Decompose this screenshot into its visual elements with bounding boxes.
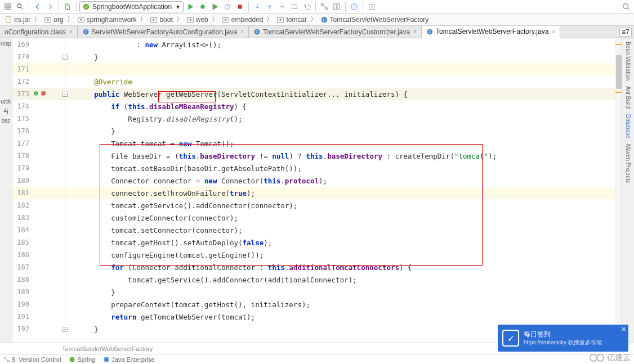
vcs-commit-icon[interactable] bbox=[264, 1, 275, 12]
status-item[interactable]: Spring bbox=[69, 356, 95, 363]
scrollbar-thumb[interactable] bbox=[616, 55, 622, 89]
debug-icon[interactable] bbox=[197, 1, 208, 12]
code-text[interactable]: connector.setThrowOnFailure(true); bbox=[69, 189, 255, 197]
code-text[interactable]: @Override bbox=[69, 78, 132, 86]
close-icon[interactable]: ✕ bbox=[621, 326, 626, 333]
crumb-pkg[interactable]: boot bbox=[148, 16, 175, 24]
line-number[interactable]: 184 bbox=[12, 226, 33, 234]
code-text[interactable]: : new ArrayList<>(); bbox=[69, 41, 221, 49]
run-config-dropdown[interactable]: SpringbootWebApplication ▾ bbox=[79, 1, 184, 12]
code-text[interactable]: tomcat.getHost().setAutoDeploy(false); bbox=[69, 239, 272, 247]
status-item[interactable]: Java Enterprise bbox=[103, 356, 154, 363]
line-number[interactable]: 185 bbox=[12, 239, 33, 246]
notification-toast[interactable]: ✓ 每日签到 https://smilenicky 积攒量多存储 ✕ bbox=[498, 325, 628, 352]
code-line[interactable]: 177 Tomcat tomcat = new Tomcat(); bbox=[12, 137, 622, 150]
code-text[interactable]: tomcat.getService().addConnector(additio… bbox=[69, 276, 357, 284]
vcs-push-icon[interactable] bbox=[276, 1, 288, 12]
settings-sync-icon[interactable] bbox=[366, 1, 377, 12]
close-icon[interactable]: × bbox=[552, 29, 555, 35]
code-text[interactable]: Registry.disableRegistry(); bbox=[69, 115, 243, 123]
close-icon[interactable]: × bbox=[413, 29, 417, 35]
code-line[interactable]: 169 : new ArrayList<>(); bbox=[12, 38, 622, 51]
code-text[interactable]: if (this.disableMBeanRegistry) { bbox=[69, 102, 247, 111]
right-tool-strip[interactable]: Bean Validation Ant Build Database Maven… bbox=[622, 38, 634, 343]
code-text[interactable]: prepareContext(tomcat.getHost(), initial… bbox=[69, 300, 310, 309]
code-text[interactable]: Tomcat tomcat = new Tomcat(); bbox=[69, 140, 234, 148]
line-number[interactable]: 176 bbox=[12, 127, 33, 135]
vertical-scrollbar[interactable] bbox=[615, 38, 622, 343]
code-line[interactable]: 189 } bbox=[12, 286, 622, 298]
fold-toggle-icon[interactable]: − bbox=[62, 92, 68, 97]
code-line[interactable]: 176 } bbox=[12, 125, 622, 137]
code-line[interactable]: 187 for (Connector additionalConnector :… bbox=[12, 261, 622, 273]
crumb-pkg[interactable]: springframework bbox=[75, 16, 139, 24]
line-number[interactable]: 190 bbox=[12, 300, 33, 308]
code-text[interactable]: tomcat.setConnector(connector); bbox=[69, 226, 243, 235]
code-line[interactable]: 180 Connector connector = new Connector(… bbox=[12, 174, 622, 187]
line-number[interactable]: 173 bbox=[12, 90, 33, 98]
line-number[interactable]: 172 bbox=[12, 78, 33, 86]
code-line[interactable]: 170− } bbox=[12, 51, 622, 63]
code-text[interactable]: tomcat.getService().addConnector(connect… bbox=[69, 201, 297, 210]
code-text[interactable]: public WebServer getWebServer(ServletCon… bbox=[69, 90, 408, 98]
status-item[interactable]: 9: Version Control bbox=[3, 356, 61, 363]
line-number[interactable]: 171 bbox=[12, 65, 33, 73]
code-text[interactable]: configureEngine(tomcat.getEngine()); bbox=[69, 251, 264, 259]
code-line[interactable]: 174 if (this.disableMBeanRegistry) { bbox=[12, 100, 622, 113]
left-strip-item[interactable]: bac bbox=[1, 118, 10, 124]
code-line[interactable]: 182 tomcat.getService().addConnector(con… bbox=[12, 199, 622, 212]
structure-icon[interactable] bbox=[319, 1, 330, 12]
code-text[interactable]: return getTomcatWebServer(tomcat); bbox=[69, 313, 255, 321]
help-icon[interactable]: ? bbox=[349, 1, 360, 12]
right-strip-item[interactable]: Bean Validation bbox=[625, 42, 631, 80]
code-line[interactable]: 173IO− public WebServer getWebServer(Ser… bbox=[12, 88, 622, 100]
line-number[interactable]: 179 bbox=[12, 164, 33, 172]
crumb-class[interactable]: CTomcatServletWebServerFactory bbox=[318, 16, 431, 24]
crumb-pkg[interactable]: org bbox=[42, 16, 65, 24]
line-number[interactable]: 188 bbox=[12, 276, 33, 284]
run-icon[interactable] bbox=[185, 1, 196, 12]
vcs-history-icon[interactable] bbox=[289, 1, 300, 12]
code-text[interactable]: for (Connector additionalConnector : thi… bbox=[69, 263, 412, 272]
code-line[interactable]: 191 return getTomcatWebServer(tomcat); bbox=[12, 311, 622, 323]
profile-icon[interactable] bbox=[222, 1, 233, 12]
breadcrumb-bottom-label[interactable]: TomcatServletWebServerFactory bbox=[62, 345, 153, 352]
right-strip-item[interactable]: Maven Projects bbox=[625, 144, 631, 183]
code-line[interactable]: 183 customizeConnector(connector); bbox=[12, 212, 622, 224]
crumb-pkg[interactable]: embedded bbox=[220, 16, 266, 24]
left-tool-strip[interactable]: rksp uick 4j bac bbox=[0, 38, 12, 343]
line-number[interactable]: 169 bbox=[12, 41, 33, 48]
line-number[interactable]: 183 bbox=[12, 214, 33, 222]
find-icon[interactable] bbox=[15, 1, 26, 12]
vcs-update-icon[interactable] bbox=[252, 1, 263, 12]
vcs-revert-icon[interactable] bbox=[301, 1, 312, 12]
code-line[interactable]: 172 @Override bbox=[12, 75, 622, 88]
code-line[interactable]: 171 bbox=[12, 63, 622, 75]
code-line[interactable]: 186 configureEngine(tomcat.getEngine()); bbox=[12, 249, 622, 261]
line-number[interactable]: 174 bbox=[12, 102, 33, 110]
line-number[interactable]: 178 bbox=[12, 152, 33, 160]
close-icon[interactable]: × bbox=[69, 29, 73, 35]
impl-icon[interactable]: I bbox=[33, 90, 39, 98]
crumb-pkg[interactable]: tomcat bbox=[274, 16, 309, 24]
left-strip-item[interactable]: 4j bbox=[4, 108, 8, 114]
code-line[interactable]: 184 tomcat.setConnector(connector); bbox=[12, 224, 622, 236]
back-icon[interactable] bbox=[32, 1, 43, 12]
code-text[interactable]: } bbox=[69, 288, 115, 296]
line-number[interactable]: 180 bbox=[12, 177, 33, 185]
code-line[interactable]: 190 prepareContext(tomcat.getHost(), ini… bbox=[12, 298, 622, 311]
override-icon[interactable]: O bbox=[40, 90, 47, 98]
right-strip-item[interactable]: Database bbox=[625, 114, 631, 138]
code-line[interactable]: 179 tomcat.setBaseDir(baseDir.getAbsolut… bbox=[12, 162, 622, 174]
fold-toggle-icon[interactable]: − bbox=[62, 327, 68, 332]
editor-tab[interactable]: CTomcatServletWebServerFactoryCustomizer… bbox=[249, 26, 422, 38]
line-number[interactable]: 181 bbox=[12, 189, 33, 197]
editor-tab[interactable]: oConfiguration.class× bbox=[0, 26, 78, 38]
line-number[interactable]: 177 bbox=[12, 140, 33, 147]
forward-icon[interactable] bbox=[44, 1, 56, 12]
line-number[interactable]: 182 bbox=[12, 201, 33, 209]
layout-icon[interactable] bbox=[331, 1, 342, 12]
line-number[interactable]: 192 bbox=[12, 325, 33, 333]
code-editor[interactable]: 169 : new ArrayList<>();170− }171 172 @O… bbox=[12, 38, 622, 343]
right-strip-item[interactable]: Ant Build bbox=[625, 86, 631, 109]
